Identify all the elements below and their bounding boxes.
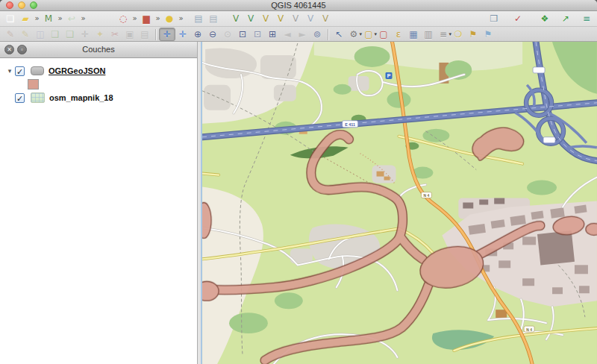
layer-visibility-checkbox[interactable]: ✓ — [15, 93, 25, 103]
qgis-window: QGIS 4061445 ❏▰»M»↩»◌»▆»●»▤▤VVVVVVV❒✓❖↗≡… — [0, 0, 597, 364]
undo-icon[interactable]: ↩ — [64, 12, 79, 25]
vector-layer-icon — [31, 66, 44, 75]
layer-item-ogrgeojson[interactable]: ▾ ✓ OGRGeoJSON — [0, 64, 197, 78]
layer-symbology-row — [0, 78, 197, 91]
overflow-chevron[interactable]: » — [33, 12, 41, 25]
toolbar-separator — [328, 29, 328, 40]
metasearch-icon[interactable]: ✓ — [510, 12, 525, 25]
annotation-icon[interactable]: ● — [162, 12, 177, 25]
paste-features-icon[interactable]: ▤ — [137, 28, 152, 41]
motorway-shield-label: E 411 — [345, 122, 355, 127]
identify-icon[interactable]: ↖ — [331, 28, 346, 41]
select-features-icon[interactable]: ▢▾ — [361, 28, 376, 41]
toggle-editing-icon[interactable]: ✎ — [18, 28, 33, 41]
zoom-next-icon[interactable]: ► — [295, 28, 310, 41]
pan-map-icon[interactable]: ✛ — [159, 28, 175, 41]
cut-features-icon[interactable]: ✂ — [107, 28, 122, 41]
parking-icon: P — [387, 73, 391, 78]
attribute-table-icon[interactable]: ▦ — [406, 28, 421, 41]
map-tips-icon[interactable]: ❍ — [451, 28, 466, 41]
new-bookmark-icon[interactable]: ⚑ — [466, 28, 481, 41]
layer-visibility-checkbox[interactable]: ✓ — [15, 66, 25, 76]
layers-panel: ✕ ▫ Couches ▾ ✓ OGRGeoJSON ✓ os — [0, 42, 198, 364]
national-road-shield-label: N 4 — [424, 193, 430, 198]
add-postgis-layer-icon[interactable]: V — [258, 12, 273, 25]
zoom-in-icon[interactable]: ⊕ — [190, 28, 205, 41]
new-project-icon[interactable]: ❏ — [3, 12, 18, 25]
touch-digitize-icon[interactable]: ◌ — [116, 12, 131, 25]
deselect-features-icon[interactable]: ▢ — [376, 28, 391, 41]
add-vector-layer-icon[interactable]: V — [228, 12, 243, 25]
title-bar[interactable]: QGIS 4061445 — [0, 0, 597, 11]
decorations-icon[interactable]: ≡▾ — [436, 28, 451, 41]
layer-group-icon[interactable]: ▤ — [206, 12, 221, 25]
panel-title: Couches — [0, 42, 197, 57]
zoom-full-icon[interactable]: ⊡ — [235, 28, 250, 41]
national-road-shield-label-2: N 4 — [526, 327, 532, 332]
expand-triangle-icon[interactable]: ▾ — [4, 67, 15, 75]
add-wms-layer-icon[interactable]: V — [288, 12, 303, 25]
overflow-chevron[interactable]: » — [177, 12, 185, 25]
toolbar-area: ❏▰»M»↩»◌»▆»●»▤▤VVVVVVV❒✓❖↗≡ ✎✎◫❑❑✛✦✂▣▤✛✛… — [0, 11, 597, 42]
add-wfs-layer-icon[interactable]: V — [303, 12, 318, 25]
new-vector-layer-icon[interactable]: M — [41, 12, 56, 25]
overflow-chevron[interactable]: » — [131, 12, 139, 25]
zoom-to-selection-icon[interactable]: ⊡ — [250, 28, 265, 41]
plugin-installer-icon[interactable]: ↗ — [558, 12, 573, 25]
node-tool-icon[interactable]: ✛ — [78, 28, 93, 41]
add-spatialite-layer-icon[interactable]: V — [273, 12, 288, 25]
save-edits-icon[interactable]: ◫ — [33, 28, 48, 41]
overflow-chevron[interactable]: » — [79, 12, 87, 25]
zoom-actual-icon[interactable]: ⊙ — [220, 28, 235, 41]
add-delimited-text-icon[interactable]: V — [318, 12, 333, 25]
copy-features-icon[interactable]: ▣ — [122, 28, 137, 41]
layer-tree: ▾ ✓ OGRGeoJSON ✓ osm_mapnik_18 — [0, 58, 197, 104]
pan-to-selection-icon[interactable]: ✛ — [175, 28, 190, 41]
layer-name[interactable]: OGRGeoJSON — [49, 66, 105, 75]
add-part-icon[interactable]: ❑ — [63, 28, 78, 41]
style-histogram-icon[interactable]: ▆ — [139, 12, 154, 25]
map-canvas[interactable]: E 411 N 4 N 4 P — [202, 42, 597, 364]
move-feature-icon[interactable]: ✦ — [93, 28, 107, 41]
toolbar-row-2: ✎✎◫❑❑✛✦✂▣▤✛✛⊕⊖⊙⊡⊡⊞◄►⊚↖⚙▾▢▾▢ε▦▥≡▾❍⚑⚑ — [0, 27, 597, 42]
overflow-chevron[interactable]: » — [56, 12, 64, 25]
toolbar-row-1: ❏▰»M»↩»◌»▆»●»▤▤VVVVVVV❒✓❖↗≡ — [0, 11, 597, 27]
raster-layer-icon — [31, 92, 45, 103]
actions-icon[interactable]: ⚙▾ — [346, 28, 361, 41]
current-edits-icon[interactable]: ✎ — [3, 28, 18, 41]
overflow-chevron[interactable]: » — [154, 12, 162, 25]
toolbar-separator — [155, 29, 156, 40]
open-project-icon[interactable]: ▰ — [18, 12, 33, 25]
clipboard-icon[interactable]: ❒ — [487, 12, 501, 25]
layer-name[interactable]: osm_mapnik_18 — [49, 93, 113, 102]
measure-icon[interactable]: ε — [391, 28, 406, 41]
plugin-manager-icon[interactable]: ❖ — [537, 12, 552, 25]
map-svg: E 411 N 4 N 4 P — [202, 42, 597, 364]
show-bookmarks-icon[interactable]: ⚑ — [481, 28, 496, 41]
layer-symbol-swatch[interactable] — [28, 79, 39, 90]
grass-tools-icon[interactable]: ≡ — [579, 12, 594, 25]
layer-item-osm-mapnik[interactable]: ✓ osm_mapnik_18 — [0, 91, 197, 104]
zoom-to-layer-icon[interactable]: ⊞ — [265, 28, 280, 41]
zoom-native-icon[interactable]: ⊚ — [310, 28, 325, 41]
add-feature-icon[interactable]: ❑ — [48, 28, 63, 41]
zoom-out-icon[interactable]: ⊖ — [205, 28, 220, 41]
field-calculator-icon[interactable]: ▥ — [421, 28, 436, 41]
layers-panel-header[interactable]: ✕ ▫ Couches — [0, 42, 197, 58]
label-layer-icon[interactable]: ▤ — [191, 12, 206, 25]
zoom-last-icon[interactable]: ◄ — [280, 28, 295, 41]
window-title: QGIS 4061445 — [0, 0, 597, 10]
add-raster-layer-icon[interactable]: V — [243, 12, 258, 25]
